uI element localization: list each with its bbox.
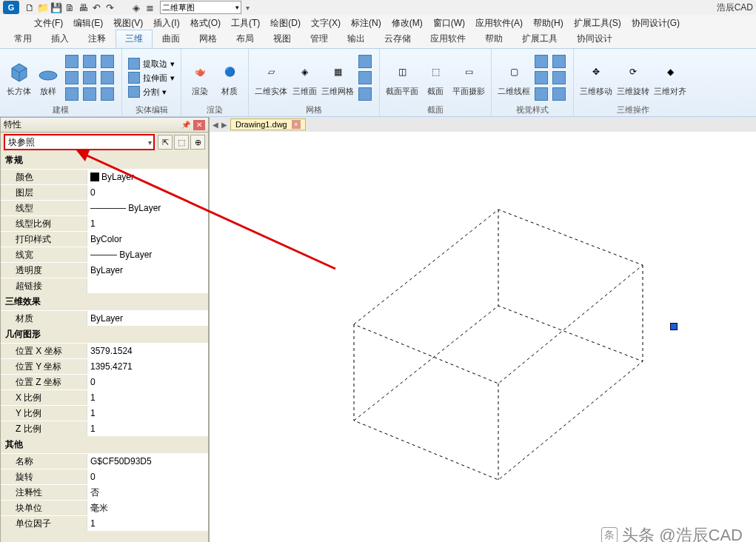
property-row[interactable]: X 比例1: [1, 389, 208, 405]
ribbon-tab[interactable]: 注释: [78, 30, 116, 48]
pickadd-icon[interactable]: ⊕: [190, 135, 205, 150]
rotate3d-button[interactable]: ⟳三维旋转: [617, 59, 649, 97]
mesh3d-button[interactable]: ▦三维网格: [321, 59, 354, 97]
property-row[interactable]: 线型———— ByLayer: [1, 200, 208, 215]
sectionplane-button[interactable]: ◫截面平面: [386, 59, 418, 97]
property-value[interactable]: 1: [87, 421, 208, 436]
property-row[interactable]: Y 比例1: [1, 405, 208, 421]
property-value[interactable]: ByLayer: [87, 263, 208, 278]
qat-dropdown-icon[interactable]: ▾: [246, 4, 250, 12]
wireframe2d-button[interactable]: ▢二维线框: [498, 59, 530, 97]
quickselect-icon[interactable]: ⇱: [158, 135, 173, 150]
ribbon-tab[interactable]: 扩展工具: [512, 30, 567, 48]
layers-icon[interactable]: ≣: [144, 1, 155, 13]
ribbon-tab[interactable]: 插入: [41, 30, 78, 48]
section-button[interactable]: ⬚截面: [423, 59, 448, 97]
menu-item[interactable]: 插入(I): [149, 16, 184, 31]
move3d-button[interactable]: ✥三维移动: [580, 59, 612, 97]
property-row[interactable]: 超链接: [1, 278, 208, 293]
property-value[interactable]: 1: [87, 390, 208, 405]
menu-item[interactable]: 视图(V): [109, 16, 147, 31]
tab-next-icon[interactable]: ▶: [221, 121, 227, 129]
property-value[interactable]: ByLayer: [87, 170, 208, 184]
ribbon-tab[interactable]: 布局: [227, 30, 264, 48]
property-value[interactable]: 0: [87, 185, 208, 200]
property-row[interactable]: 注释性否: [1, 484, 208, 500]
property-row[interactable]: 材质ByLayer: [1, 310, 208, 326]
box-button[interactable]: 长方体: [6, 59, 31, 97]
tab-close-icon[interactable]: ×: [292, 120, 301, 129]
ribbon-tab[interactable]: 云存储: [375, 30, 421, 48]
menu-item[interactable]: 编辑(E): [69, 16, 107, 31]
property-row[interactable]: 块单位毫米: [1, 500, 208, 515]
section-header[interactable]: 常规: [1, 152, 208, 169]
undo-icon[interactable]: ↶: [90, 1, 102, 13]
property-row[interactable]: 透明度ByLayer: [1, 262, 208, 278]
property-row[interactable]: 颜色ByLayer: [1, 169, 208, 184]
new-icon[interactable]: 🗋: [24, 1, 36, 13]
redo-icon[interactable]: ↷: [104, 1, 116, 13]
ribbon-tab[interactable]: 三维: [116, 30, 153, 48]
properties-list[interactable]: 常规颜色ByLayer图层0线型———— ByLayer线型比例1打印样式ByC…: [1, 152, 208, 542]
property-value[interactable]: 0: [87, 469, 208, 484]
menu-item[interactable]: 绘图(D): [266, 16, 305, 31]
property-value[interactable]: [87, 278, 208, 293]
drawing-area[interactable]: ◀ ▶ Drawing1.dwg×: [209, 117, 756, 542]
property-row[interactable]: 单位因子1: [1, 515, 208, 531]
ribbon-tab[interactable]: 网格: [190, 30, 227, 48]
workspace-selector[interactable]: 二维草图▾: [160, 1, 241, 14]
property-row[interactable]: 打印样式ByColor: [1, 231, 208, 247]
property-value[interactable]: 毫米: [87, 501, 208, 515]
ribbon-tab[interactable]: 常用: [4, 30, 41, 48]
property-value[interactable]: ByLayer: [87, 311, 208, 326]
document-tab[interactable]: Drawing1.dwg×: [230, 118, 306, 130]
property-value[interactable]: 1395.4271: [87, 359, 208, 374]
property-row[interactable]: 位置 Y 坐标1395.4271: [1, 358, 208, 374]
menu-item[interactable]: 应用软件(A): [471, 16, 527, 31]
close-icon[interactable]: ✕: [193, 120, 205, 130]
menu-item[interactable]: 扩展工具(S): [569, 16, 626, 31]
property-value[interactable]: ———— ByLayer: [87, 201, 208, 215]
render-button[interactable]: 🫖渲染: [187, 59, 213, 97]
print-icon[interactable]: 🖶: [77, 1, 89, 13]
save-icon[interactable]: 💾: [50, 1, 62, 13]
face3d-button[interactable]: ◈三维面: [292, 59, 317, 97]
property-value[interactable]: ByColor: [87, 232, 208, 247]
object-type-selector[interactable]: 块参照▾: [4, 134, 155, 150]
property-value[interactable]: 3579.1524: [87, 344, 208, 358]
ribbon-tab[interactable]: 管理: [301, 30, 338, 48]
align3d-button[interactable]: ◆三维对齐: [654, 59, 686, 97]
property-row[interactable]: 线宽——— ByLayer: [1, 247, 208, 262]
pin-icon[interactable]: 📌: [180, 120, 192, 130]
ribbon-tab[interactable]: 应用软件: [421, 30, 475, 48]
material-button[interactable]: 🔵材质: [217, 59, 242, 97]
menu-item[interactable]: 文字(X): [307, 16, 345, 31]
ribbon-tab[interactable]: 输出: [338, 30, 375, 48]
property-value[interactable]: G$CF50D93D5: [87, 454, 208, 469]
property-row[interactable]: 名称G$CF50D93D5: [1, 453, 208, 469]
menu-item[interactable]: 窗口(W): [429, 16, 469, 31]
modeling-small-tools[interactable]: [65, 55, 116, 101]
layer-icon[interactable]: ◈: [130, 1, 142, 13]
property-row[interactable]: Z 比例1: [1, 421, 208, 436]
property-row[interactable]: 图层0: [1, 184, 208, 200]
menu-item[interactable]: 工具(T): [227, 16, 264, 31]
section-header[interactable]: 其他: [1, 436, 208, 453]
solid2d-button[interactable]: ▱二维实体: [255, 59, 287, 97]
extract-edges-button[interactable]: 提取边▾: [128, 58, 175, 70]
property-value[interactable]: 否: [87, 485, 208, 500]
selectobjects-icon[interactable]: ⬚: [174, 135, 189, 150]
split-button[interactable]: 分割▾: [128, 86, 175, 98]
property-value[interactable]: ——— ByLayer: [87, 247, 208, 262]
menu-item[interactable]: 标注(N): [347, 16, 386, 31]
selection-grip[interactable]: [670, 323, 678, 330]
saveas-icon[interactable]: 🗎: [64, 1, 76, 13]
property-value[interactable]: 1: [87, 406, 208, 421]
property-row[interactable]: 线型比例1: [1, 215, 208, 231]
open-icon[interactable]: 📁: [37, 1, 49, 13]
property-value[interactable]: 1: [87, 516, 208, 531]
property-row[interactable]: 旋转0: [1, 469, 208, 484]
section-header[interactable]: 三维效果: [1, 293, 208, 310]
ribbon-tab[interactable]: 曲面: [153, 30, 190, 48]
ribbon-tab[interactable]: 协同设计: [567, 30, 622, 48]
